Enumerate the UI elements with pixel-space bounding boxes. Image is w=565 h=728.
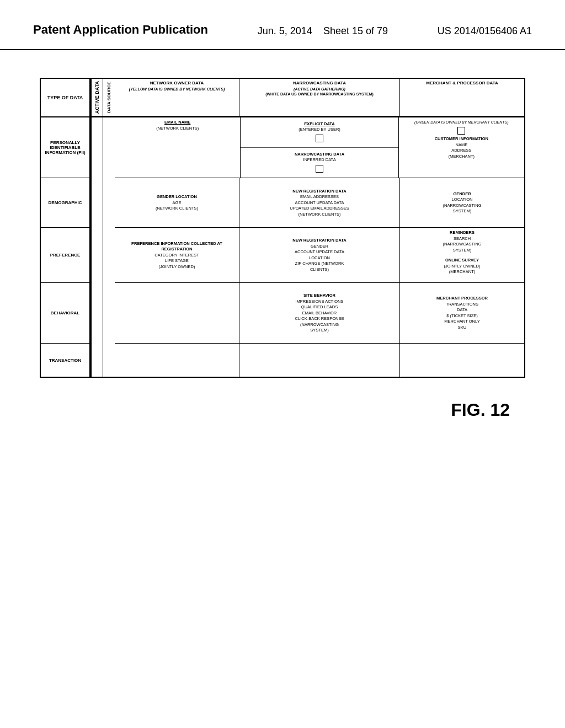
active-data-label: ACTIVE DATA (90, 79, 103, 116)
cell-demo-merchant: GENDER LOCATION (NARROWCASTING SYSTEM) (400, 178, 524, 227)
type-pii: PERSONALLY IDENTIFIABLE INFORMATION (PII… (41, 117, 89, 178)
data-rows: PERSONALLY IDENTIFIABLE INFORMATION (PII… (41, 117, 524, 377)
cell-behav-narrowcasting: SITE BEHAVIOR IMPRESSIONS ACTIONS QUALIF… (239, 283, 400, 343)
col-header-network: NETWORK OWNER DATA (YELLOW DATA IS OWNED… (115, 79, 239, 116)
publication-date: Jun. 5, 2014 (258, 25, 312, 36)
row-transaction (115, 344, 524, 377)
cell-pref-narrowcasting: NEW REGISTRATION DATA GENDER ACCOUNT UPD… (239, 228, 400, 282)
data-source-label: DATA SOURCE (103, 79, 115, 116)
col-header-narrowcasting: NARROWCASTING DATA (ACTIVE DATA GATHERIN… (239, 79, 400, 116)
row-demographic: GENDER LOCATION AGE (NETWORK CLIENTS) NE… (115, 178, 524, 228)
publication-date-sheet: Jun. 5, 2014 Sheet 15 of 79 (258, 22, 388, 38)
cell-demo-narrowcasting: NEW REGISTRATION DATA EMAIL ADDRESSES AC… (239, 178, 400, 227)
col-header-merchant: MERCHANT & PROCESSOR DATA (400, 79, 524, 116)
row-behavioral: SITE BEHAVIOR IMPRESSIONS ACTIONS QUALIF… (115, 283, 524, 344)
diagram: TYPE OF DATA ACTIVE DATA DATA SOURCE NET… (40, 78, 525, 378)
cell-trans-network (115, 344, 239, 377)
cell-demo-network: GENDER LOCATION AGE (NETWORK CLIENTS) (115, 178, 239, 227)
cell-pii-narrowcasting: EXPLICIT DATA (ENTERED BY USER) NARROWCA… (241, 117, 398, 178)
cell-pref-merchant: REMINDERS SEARCH (NARROWCASTING SYSTEM) … (400, 228, 524, 282)
type-demographic: DEMOGRAPHIC (41, 178, 89, 228)
cell-pii-merchant: (GREEN DATA IS OWNED BY MERCHANT CLIENTS… (399, 117, 524, 178)
type-col-header: TYPE OF DATA (41, 79, 90, 116)
data-source-side-label (103, 117, 115, 377)
cell-behav-network (115, 283, 239, 343)
type-column: PERSONALLY IDENTIFIABLE INFORMATION (PII… (41, 117, 90, 377)
main-content: TYPE OF DATA ACTIVE DATA DATA SOURCE NET… (0, 50, 565, 437)
active-data-section: EMAIL NAME (NETWORK CLIENTS) EXPLICIT DA… (90, 117, 524, 377)
patent-number: US 2014/0156406 A1 (438, 22, 532, 38)
cell-trans-narrowcasting (239, 344, 400, 377)
type-behavioral: BEHAVIORAL (41, 283, 89, 344)
cell-trans-merchant (400, 344, 524, 377)
data-source-section: EMAIL NAME (NETWORK CLIENTS) EXPLICIT DA… (103, 117, 524, 377)
type-transaction: TRANSACTION (41, 344, 89, 377)
type-preference: PREFERENCE (41, 228, 89, 283)
fig-label: FIG. 12 (451, 400, 543, 420)
active-data-side-label (90, 117, 103, 377)
cell-behav-merchant: MERCHANT PROCESSOR TRANSACTIONS DATA $ (… (400, 283, 524, 343)
page-header: Patent Application Publication Jun. 5, 2… (0, 0, 565, 50)
row-preference: PREFERENCE INFORMATION COLLECTED AT REGI… (115, 228, 524, 283)
cell-pref-network: PREFERENCE INFORMATION COLLECTED AT REGI… (115, 228, 239, 282)
content-columns: EMAIL NAME (NETWORK CLIENTS) EXPLICIT DA… (115, 117, 524, 377)
sheet-info: Sheet 15 of 79 (323, 25, 388, 36)
row-pii: EMAIL NAME (NETWORK CLIENTS) EXPLICIT DA… (115, 117, 524, 178)
publication-title: Patent Application Publication (33, 22, 208, 38)
cell-pii-network: EMAIL NAME (NETWORK CLIENTS) (115, 117, 241, 178)
